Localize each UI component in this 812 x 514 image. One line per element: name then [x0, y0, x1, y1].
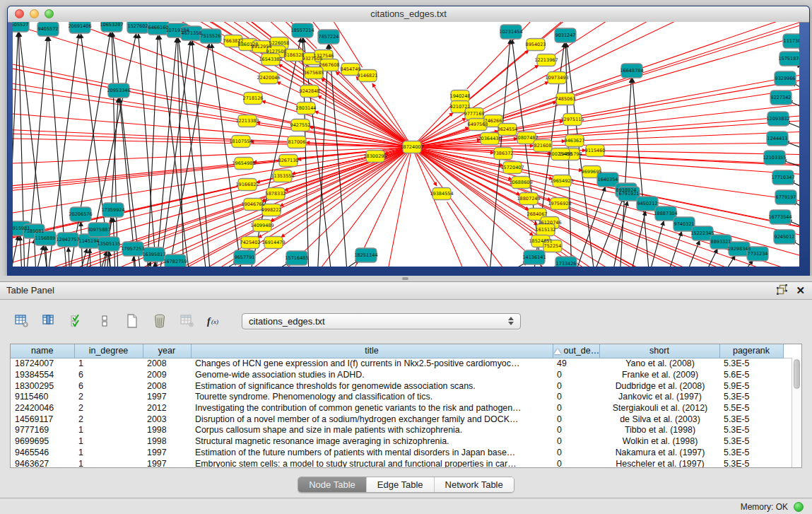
table-row[interactable]: 1830029562008Estimation of significance …: [11, 380, 792, 392]
cell-short: Yano et al. (2008): [599, 358, 719, 369]
close-window-icon[interactable]: [15, 9, 24, 18]
graph-node-label: 9740321: [674, 221, 695, 227]
graph-node-label: 9699695: [582, 169, 602, 175]
float-panel-icon[interactable]: [777, 284, 787, 298]
table-row[interactable]: 977716911998Corpus callosum shape and si…: [11, 425, 792, 436]
tab-node-table[interactable]: Node Table: [298, 477, 366, 492]
cell-pagerank: 5.3E-5: [719, 436, 783, 447]
table-row[interactable]: 1456911722003Disruption of a novel membe…: [11, 414, 792, 425]
graph-node-label: 9329966: [775, 76, 796, 81]
network-canvas[interactable]: 1872400718300295193845547663822886012889…: [13, 22, 799, 267]
cell-year: 1997: [143, 392, 191, 403]
cell-name: 9115460: [11, 392, 74, 403]
cell-out_degree: 0: [553, 369, 599, 380]
delete-table-icon[interactable]: [149, 311, 170, 331]
graph-node-label: 746266: [485, 118, 502, 124]
graph-node-label: 9427552: [290, 122, 311, 128]
close-panel-icon[interactable]: ✕: [796, 282, 805, 299]
column-header-title[interactable]: title: [191, 344, 553, 358]
cell-name: 14569117: [11, 414, 74, 425]
graph-node-label: 9227342: [771, 95, 792, 100]
cell-short: Jankovic et al. (1997): [599, 392, 719, 403]
cell-in_degree: 6: [74, 380, 143, 392]
cell-year: 2003: [143, 414, 191, 425]
node-table: namein_degreeyeartitleout_de…shortpagera…: [10, 344, 802, 468]
rows-icon[interactable]: [94, 311, 115, 331]
column-header-pagerank[interactable]: pagerank: [719, 344, 783, 358]
table-scrollbar[interactable]: [792, 358, 801, 467]
cell-title: Disruption of a novel member of a sodium…: [191, 414, 553, 425]
graph-node-label: 20691406: [68, 23, 91, 29]
cell-short: Stergiakouli et al. (2012): [599, 402, 719, 414]
cell-year: 1997: [143, 458, 191, 468]
column-header-out_degree[interactable]: out_de…: [553, 344, 599, 358]
column-header-short[interactable]: short: [599, 344, 719, 358]
panel-splitter[interactable]: [0, 276, 812, 281]
graph-node-label: 12213967: [534, 57, 558, 63]
graph-node-label: 8893321: [711, 239, 731, 245]
memory-status-label: Memory: OK: [741, 502, 788, 512]
graph-node-label: 1327546: [314, 53, 334, 59]
cell-name: 22420046: [11, 402, 74, 414]
cell-title: Embryonic stem cells: a model to study s…: [191, 458, 553, 468]
graph-node-label: 10973493: [545, 75, 568, 81]
cell-in_degree: 1: [74, 436, 143, 447]
table-type-tabs: Node TableEdge TableNetwork Table: [298, 477, 514, 493]
window-titlebar[interactable]: citations_edges.txt: [8, 6, 809, 23]
cell-year: 2008: [143, 358, 191, 369]
new-document-icon[interactable]: [122, 311, 143, 331]
cell-in_degree: 2: [74, 414, 143, 425]
graph-node-label: 3675685: [304, 70, 324, 76]
graph-node-label: 1244413: [767, 136, 788, 141]
column-header-year[interactable]: year: [143, 344, 191, 358]
cell-name: 18300295: [11, 380, 74, 392]
citation-graph[interactable]: 1872400718300295193845547663822886012889…: [13, 22, 799, 267]
splitter-handle-icon[interactable]: [402, 277, 408, 280]
graph-node-label: 1527602: [128, 23, 148, 29]
table-row[interactable]: 2242004622012Investigating the contribut…: [11, 402, 792, 414]
column-header-name[interactable]: name: [11, 344, 74, 358]
cell-in_degree: 2: [74, 392, 143, 403]
function-icon[interactable]: f (x): [204, 311, 225, 331]
graph-node-label: 10653287: [100, 22, 123, 28]
graph-node-label: 11353554: [271, 173, 294, 179]
cell-year: 2009: [143, 369, 191, 380]
cell-in_degree: 1: [74, 358, 143, 369]
table-selector[interactable]: citations_edges.txt: [242, 313, 521, 329]
status-bar: Memory: OK: [0, 498, 812, 514]
cell-year: 1998: [143, 436, 191, 447]
cell-name: 18724007: [11, 358, 74, 369]
table-scrollbar-thumb[interactable]: [794, 359, 800, 389]
cell-pagerank: 5.6E-5: [719, 369, 783, 380]
graph-node-label: 6791921: [619, 191, 640, 197]
select-rows-icon[interactable]: [66, 311, 88, 331]
cell-name: 9463627: [11, 458, 74, 468]
graph-node-label: 2667608: [319, 62, 340, 68]
table-column-icon[interactable]: [39, 311, 60, 331]
tab-network-table[interactable]: Network Table: [434, 477, 514, 492]
table-row[interactable]: 1872400712008Changes of HCN gene express…: [11, 358, 792, 369]
table-row[interactable]: 1938455462009Genome-wide association stu…: [11, 369, 792, 380]
table-row[interactable]: 911546021997Tourette syndrome. Phenomeno…: [11, 392, 792, 403]
zoom-window-icon[interactable]: [45, 9, 54, 18]
graph-node-label: 22420046: [257, 75, 280, 81]
graph-node-label: 18107554: [229, 139, 252, 144]
table-settings-icon[interactable]: [11, 311, 33, 331]
tab-edge-table[interactable]: Edge Table: [366, 477, 434, 492]
table-row[interactable]: 946554611997Estimation of the future num…: [11, 447, 792, 458]
graph-node-label: 19756928: [548, 201, 571, 206]
graph-node-label: 16773544: [768, 214, 792, 220]
cell-title: Tourette syndrome. Phenomenology and cla…: [191, 392, 553, 403]
cell-name: 9465546: [11, 447, 74, 458]
cell-name: 9777169: [11, 425, 74, 436]
cell-out_degree: 0: [553, 436, 599, 447]
graph-node-label: 12213383: [235, 118, 259, 124]
column-header-in_degree[interactable]: in_degree: [74, 344, 143, 358]
cell-title: Changes of HCN gene expression and I(f) …: [191, 358, 553, 369]
cell-title: Estimation of significance thresholds fo…: [191, 380, 553, 392]
graph-node-label: 18251144: [354, 252, 377, 258]
graph-node-label: 18724007: [400, 144, 423, 150]
minimize-window-icon[interactable]: [30, 9, 39, 18]
table-row[interactable]: 946362711997Embryonic stem cells: a mode…: [11, 458, 792, 468]
table-row[interactable]: 969969511998Structural magnetic resonanc…: [11, 436, 792, 447]
